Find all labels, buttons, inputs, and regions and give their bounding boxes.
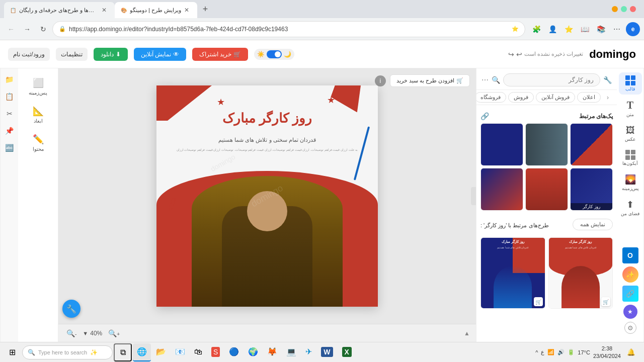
taskbar-mail[interactable]: 📧	[171, 343, 189, 361]
taskbar-edge[interactable]: 🌐	[133, 343, 151, 361]
filter-tab-shop[interactable]: فروشگاه	[476, 92, 506, 103]
fr-outlook-icon[interactable]: O	[622, 247, 638, 263]
zoom-level-indicator[interactable]: ▼ 40%	[83, 330, 102, 337]
login-button[interactable]: ورود/ثبت نام	[8, 48, 50, 61]
tray-chevron[interactable]: ^	[535, 349, 538, 355]
photo-icon: 🖼	[626, 125, 635, 136]
nav-reading[interactable]: 📖	[578, 22, 592, 36]
taskbar-store[interactable]: 🛍	[190, 343, 206, 361]
tray-lang[interactable]: ع	[541, 349, 544, 355]
taskbar-telegram[interactable]: ✈	[301, 343, 316, 361]
url-text: https://app.domingo.ir/editor?industryId…	[69, 26, 509, 33]
settings-button[interactable]: تنظیمات	[56, 48, 88, 61]
taskbar-clock[interactable]: 2:38 23/04/2024	[593, 345, 621, 359]
fr-icons[interactable]: آیکون‌ها	[619, 147, 642, 169]
close-btn[interactable]	[630, 6, 636, 12]
plugin-button[interactable]: 🔧	[62, 300, 80, 318]
search-icon[interactable]: 🔍	[492, 76, 500, 84]
fr-template[interactable]: قالب	[619, 72, 642, 95]
pack-item-1[interactable]	[570, 123, 613, 166]
nav-extensions[interactable]: 🧩	[529, 22, 543, 36]
taskbar-vscode[interactable]: 💻	[282, 343, 300, 361]
pack-item-6[interactable]	[480, 168, 523, 211]
link-icon[interactable]: 🔗	[480, 112, 489, 120]
nav-menu[interactable]: ⋯	[610, 22, 624, 36]
fr-myspace[interactable]: ⬆ فضای من	[619, 196, 642, 219]
design-item-2[interactable]: روز کارگر مبارک قدردان تلاش های شما هستی…	[480, 237, 545, 309]
taskbar-excel[interactable]: X	[338, 343, 356, 361]
filter-tab-sale[interactable]: فروش	[508, 92, 534, 103]
tool-dimensions[interactable]: 📐 ابعاد	[21, 103, 55, 127]
maximize-btn[interactable]	[621, 6, 627, 12]
taskbar-snip[interactable]: S	[207, 343, 224, 361]
pack-item-5[interactable]	[525, 168, 568, 211]
nav-profile[interactable]: 👤	[545, 22, 559, 36]
taskbar-app2[interactable]: 🌍	[244, 343, 262, 361]
task-view-btn[interactable]: ⧉	[114, 343, 132, 361]
pack-item-3[interactable]	[480, 123, 523, 166]
zoom-out-button[interactable]: 🔍-	[64, 328, 78, 338]
tray-battery[interactable]: 🔋	[568, 349, 575, 355]
taskbar-chrome[interactable]: 🔵	[225, 343, 243, 361]
design-item-1[interactable]: روز کارگر مبارک قدردان تلاش های شما هستی…	[548, 237, 613, 309]
nav-refresh[interactable]: ↻	[36, 22, 50, 36]
new-tab-button[interactable]: +	[199, 3, 211, 15]
search-input[interactable]	[503, 73, 600, 86]
download-button[interactable]: ⬇ دانلود	[94, 48, 128, 61]
fr-photo[interactable]: 🖼 عکس	[619, 122, 642, 145]
theme-toggle[interactable]: 🌙 ☀️	[254, 49, 294, 60]
filter-nav-prev[interactable]: ‹	[603, 93, 613, 103]
scroll-up-btn[interactable]: ▲	[464, 330, 470, 337]
fr-settings-circle-icon[interactable]: ⚙	[624, 322, 636, 334]
tray-speaker[interactable]: 🔊	[557, 349, 565, 355]
tab-editor[interactable]: 🎨 ویرایش طرح | دومینگو ✕	[115, 2, 197, 18]
pack-item-2[interactable]	[525, 123, 568, 166]
filter-tab-online-sale[interactable]: فروش آنلاین	[536, 92, 575, 103]
fr-ai-icon[interactable]: ✨	[622, 266, 638, 283]
fr-text[interactable]: T متن	[619, 97, 642, 120]
taskbar-search[interactable]: 🔍 Type here to search ✨	[22, 345, 113, 359]
tab-editor-close[interactable]: ✕	[184, 7, 189, 14]
filter-icon[interactable]: 🔧	[603, 76, 612, 84]
add-to-cart-button[interactable]: 🛒 افزودن طرح به سبد خرید	[390, 74, 470, 87]
nav-forward[interactable]: →	[20, 22, 34, 36]
start-button[interactable]: ⊞	[3, 343, 21, 361]
related-designs-title: طرح‌های مرتبط با 'روز کارگر' :	[480, 222, 549, 229]
tab-templates[interactable]: 📋 قالب‌ها و طرح‌های حرفه‌ای و رایگان ✕	[4, 2, 115, 18]
undo-btn[interactable]: ↩	[516, 50, 522, 58]
toggle-track[interactable]	[267, 50, 282, 58]
taskbar-firefox[interactable]: 🦊	[263, 343, 281, 361]
fr-premium-icon[interactable]: ★	[623, 305, 637, 319]
redo-btn[interactable]: ↪	[508, 50, 514, 58]
taskbar-word[interactable]: W	[317, 343, 337, 361]
preview-button[interactable]: 👁 نمایش آنلاین	[134, 48, 186, 61]
tray-wifi[interactable]: 📶	[547, 349, 554, 355]
left-sidebar: 📁 📋 ✂ 📌 🔤	[0, 68, 18, 342]
nav-back[interactable]: ←	[4, 22, 18, 36]
filter-tab-announcement[interactable]: اعلان	[577, 92, 601, 103]
ls-item-5[interactable]: 🔤	[3, 141, 17, 155]
notification-btn[interactable]: 🔔	[624, 345, 638, 359]
info-button[interactable]: i	[375, 75, 386, 86]
ls-item-4[interactable]: 📌	[3, 124, 17, 138]
nav-favorites[interactable]: ⭐	[561, 22, 576, 36]
ls-item-3[interactable]: ✂	[3, 107, 17, 121]
ls-item-2[interactable]: 📋	[3, 89, 17, 104]
scroll-arrow[interactable]: ›	[471, 187, 476, 205]
fr-connect-icon[interactable]: 🔗	[622, 286, 638, 302]
show-all-button[interactable]: نمایش همه	[573, 219, 613, 230]
share-button[interactable]: 🛒 خرید اشتراک	[192, 48, 248, 61]
settings-dots-icon[interactable]: ⋯	[481, 76, 489, 84]
pack-item-4[interactable]: روز کارگر	[570, 168, 613, 211]
ls-item-1[interactable]: 📁	[3, 72, 17, 86]
tool-content[interactable]: ✏️ محتوا	[21, 131, 55, 155]
zoom-in-button[interactable]: 🔍+	[106, 328, 122, 338]
address-bar[interactable]: 🔒 https://app.domingo.ir/editor?industry…	[52, 21, 525, 37]
nav-collections[interactable]: 📚	[594, 22, 608, 36]
minimize-btn[interactable]	[612, 6, 618, 12]
fr-background[interactable]: 🌄 پس‌زمینه	[619, 171, 642, 194]
tool-background[interactable]: ⬜ پس‌زمینه	[21, 74, 55, 99]
edge-icon[interactable]: e	[626, 22, 640, 36]
tab-templates-close[interactable]: ✕	[102, 7, 107, 14]
taskbar-explorer[interactable]: 📂	[152, 343, 170, 361]
